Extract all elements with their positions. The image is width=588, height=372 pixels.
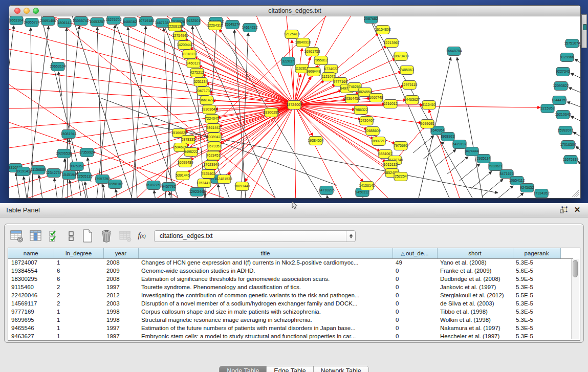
citation-edge-black[interactable] xyxy=(97,27,102,198)
table-cell[interactable]: 5.5E-5 xyxy=(513,291,560,299)
table-cell[interactable]: Changes of HCN gene expression and I(f) … xyxy=(138,258,393,267)
node-table[interactable]: namein_degreeyeartitle△out_de...shortpag… xyxy=(8,248,580,341)
table-scrollbar[interactable] xyxy=(571,259,579,339)
table-cell[interactable]: 18300295 xyxy=(8,275,54,283)
table-cell[interactable]: de Silva et al. (2003) xyxy=(437,299,513,308)
network-canvas[interactable]: 1663104240557242069140618061422305574110… xyxy=(9,16,580,198)
table-cell[interactable]: Corpus callosum shape and size in male p… xyxy=(138,308,393,316)
citation-edge-black[interactable] xyxy=(116,189,119,198)
citation-edge-black[interactable] xyxy=(471,171,492,189)
select-rows-icon[interactable] xyxy=(48,229,62,243)
table-cell[interactable]: 5.3E-5 xyxy=(513,258,560,267)
citation-edge-black[interactable] xyxy=(128,27,137,198)
table-cell[interactable]: Embryonic stem cells: a model to study s… xyxy=(138,332,393,340)
table-row[interactable]: 946554611997Estimation of the future num… xyxy=(8,324,573,332)
table-row[interactable]: 1456911722003Disruption of a novel membe… xyxy=(8,299,573,308)
citation-edge-black[interactable] xyxy=(580,45,580,51)
table-cell[interactable]: 0 xyxy=(393,308,437,316)
table-cell[interactable]: Stergiakouli et al. (2012) xyxy=(437,291,513,299)
citation-edge-black[interactable] xyxy=(97,25,115,198)
column-header-short[interactable]: short xyxy=(437,248,513,258)
table-cell[interactable]: Yano et al. (2008) xyxy=(437,258,513,267)
citation-edge-red[interactable] xyxy=(219,30,294,105)
table-row[interactable]: 969969511998Structural magnetic resonanc… xyxy=(8,316,573,324)
table-cell[interactable]: 19384554 xyxy=(8,267,54,275)
window-resize-grip[interactable] xyxy=(572,190,579,197)
delete-icon[interactable] xyxy=(99,229,114,243)
citation-edge-red[interactable] xyxy=(294,105,296,198)
table-cell[interactable]: 5.6E-5 xyxy=(513,267,560,275)
table-row[interactable]: 977716911998Corpus callosum shape and si… xyxy=(8,308,573,316)
table-cell[interactable]: 1997 xyxy=(103,324,138,332)
table-cell[interactable]: Jankovic et al. (1997) xyxy=(437,283,513,291)
table-cell[interactable]: 5.9E-5 xyxy=(513,275,560,283)
column-header-in_degree[interactable]: in_degree xyxy=(54,248,103,258)
table-cell[interactable]: Estimation of the future numbers of pati… xyxy=(138,324,393,332)
table-cell[interactable]: 0 xyxy=(393,299,437,308)
table-cell[interactable]: 0 xyxy=(393,275,437,283)
citation-edge-black[interactable] xyxy=(567,102,580,108)
table-cell[interactable]: 1997 xyxy=(103,283,138,291)
citation-edge-black[interactable] xyxy=(457,57,483,198)
table-cell[interactable]: 6 xyxy=(54,275,103,283)
citation-edge-red[interactable] xyxy=(292,40,294,105)
table-cell[interactable]: 2 xyxy=(54,283,103,291)
table-cell[interactable]: 6 xyxy=(54,267,103,275)
column-header-year[interactable]: year xyxy=(103,248,138,258)
table-cell[interactable]: Estimation of significance thresholds fo… xyxy=(138,275,393,283)
table-cell[interactable]: Investigating the contribution of common… xyxy=(138,291,393,299)
table-cell[interactable]: Tibbo et al. (1998) xyxy=(437,308,513,316)
tab-node-table[interactable]: Node Table xyxy=(220,366,267,372)
table-cell[interactable]: 0 xyxy=(393,324,437,332)
tab-edge-table[interactable]: Edge Table xyxy=(267,366,313,372)
table-cell[interactable]: 2 xyxy=(54,291,103,299)
table-cell[interactable]: 14569117 xyxy=(8,299,54,308)
table-cell[interactable]: Disruption of a novel member of a sodium… xyxy=(138,299,393,308)
citation-edge-black[interactable] xyxy=(492,186,513,198)
table-cell[interactable]: 9699695 xyxy=(8,316,54,324)
table-cell[interactable]: Nakamura et al. (1997) xyxy=(437,324,513,332)
table-row[interactable]: 1938455462009Genome-wide association stu… xyxy=(8,267,573,275)
table-row[interactable]: 946362711997Embryonic stem cells: a mode… xyxy=(8,332,573,340)
citation-edge-red[interactable] xyxy=(9,105,294,108)
table-cell[interactable]: 2003 xyxy=(103,299,138,308)
table-cell[interactable]: 0 xyxy=(393,332,437,340)
table-select-dropdown[interactable]: citations_edges.txt xyxy=(154,230,356,242)
table-row[interactable]: 1830029562008Estimation of significance … xyxy=(8,275,573,283)
citation-edge-black[interactable] xyxy=(571,73,580,79)
citation-edge-red[interactable] xyxy=(294,105,361,120)
table-cell[interactable]: Wolkin et al. (1998) xyxy=(437,316,513,324)
table-settings-icon[interactable] xyxy=(10,229,24,243)
table-cell[interactable]: 2008 xyxy=(103,275,138,283)
column-header-out_de[interactable]: △out_de... xyxy=(393,248,437,258)
citation-edge-black[interactable] xyxy=(482,179,503,196)
citation-edge-black[interactable] xyxy=(363,198,366,198)
dropdown-stepper-icon[interactable] xyxy=(346,231,355,242)
table-header-row[interactable]: namein_degreeyeartitle△out_de...shortpag… xyxy=(8,248,573,258)
citation-edge-black[interactable] xyxy=(327,195,331,198)
table-cell[interactable]: Dudbridge et al. (2008) xyxy=(437,275,513,283)
table-cell[interactable]: 1 xyxy=(54,332,103,340)
citation-edge-black[interactable] xyxy=(576,146,580,152)
citation-edge-black[interactable] xyxy=(569,87,580,94)
table-cell[interactable]: 0 xyxy=(393,316,437,324)
table-cell[interactable]: 5.3E-5 xyxy=(513,299,560,308)
table-cell[interactable]: 0 xyxy=(393,291,437,299)
table-row[interactable]: 911546021997Tourette syndrome. Phenomeno… xyxy=(8,283,573,291)
float-window-icon[interactable] xyxy=(559,206,569,214)
citation-edge-black[interactable] xyxy=(573,132,580,138)
function-builder-icon[interactable]: f(x) xyxy=(137,229,146,243)
table-cell[interactable]: 2009 xyxy=(103,267,138,275)
table-cell[interactable]: 9115460 xyxy=(8,283,54,291)
table-cell[interactable]: 2012 xyxy=(103,291,138,299)
table-cell[interactable]: 5.3E-5 xyxy=(513,308,560,316)
table-cell[interactable]: 9463627 xyxy=(8,332,54,340)
citation-edge-red[interactable] xyxy=(9,47,294,105)
show-columns-icon[interactable] xyxy=(29,229,43,243)
table-row[interactable]: 1872400712008Changes of HCN gene express… xyxy=(8,258,573,267)
table-cell[interactable]: 1998 xyxy=(103,316,138,324)
table-cell[interactable]: 5.3E-5 xyxy=(513,283,560,291)
new-table-icon[interactable] xyxy=(80,229,95,243)
table-cell[interactable]: 5.3E-5 xyxy=(513,324,560,332)
citation-edge-black[interactable] xyxy=(435,149,456,167)
